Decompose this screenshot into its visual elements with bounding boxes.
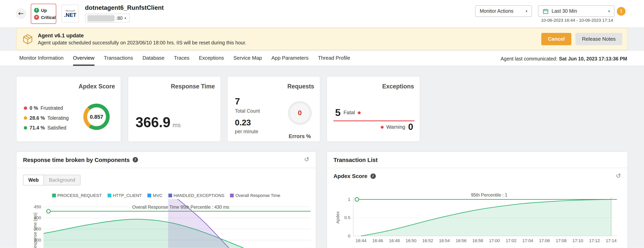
apdex-gauge: 0.857: [84, 104, 110, 130]
components-chart-legend: PROCESS_REQUESTHTTP_CLIENTMVCHANDLED_EXC…: [16, 193, 316, 198]
frustrated-dot-icon: [24, 106, 27, 110]
content-area: Apdex Score 0 % Frustrated 28.6 % Tolera…: [0, 66, 644, 248]
x-tick-label: 16:56: [456, 238, 466, 243]
chevron-down-icon: ▾: [608, 9, 610, 13]
satisfied-label: Satisfied: [47, 125, 66, 131]
legend-swatch-icon: [108, 193, 111, 197]
legend-swatch-icon: [52, 193, 56, 197]
logo-brand-text: Microsoft: [66, 9, 75, 12]
legend-label: Overall Response Time: [236, 193, 280, 198]
up-arrow-icon: ↑: [34, 8, 39, 13]
legend-label: HTTP_CLIENT: [113, 193, 142, 198]
banner-title: Agent v6.1 update: [38, 33, 246, 39]
satisfied-value: 71.4 %: [30, 125, 45, 131]
response-time-card: Response Time 366.9 ms: [128, 76, 221, 142]
apdex-legend: 0 % Frustrated 28.6 % Tolerating 71.4 % …: [24, 105, 69, 131]
legend-label: PROCESS_REQUEST: [57, 193, 102, 198]
legend-satisfied: 71.4 % Satisfied: [24, 125, 69, 131]
tab-traces[interactable]: Traces: [174, 51, 189, 66]
tab-transactions[interactable]: Transactions: [104, 51, 133, 66]
x-tick-label: 17:12: [589, 238, 600, 243]
errors-percent-label: Errors %: [283, 133, 316, 139]
errors-percent-circle: 0: [288, 101, 312, 125]
toggle-web-button[interactable]: Web: [23, 175, 44, 185]
components-panel-title: Response time broken by Components: [23, 156, 130, 163]
history-icon[interactable]: ↺: [616, 172, 621, 180]
page-title: dotnetagent6_RunfstClient: [85, 4, 164, 11]
legend-item-HTTP_CLIENT[interactable]: HTTP_CLIENT: [108, 193, 142, 198]
dotnet-logo: Microsoft .NET: [62, 5, 79, 23]
monitor-actions-label: Monitor Actions: [480, 8, 513, 14]
tolerating-dot-icon: [24, 116, 27, 120]
transactions-panel-title: Transaction List: [334, 156, 378, 163]
legend-item-Overall Response Time[interactable]: Overall Response Time: [230, 193, 280, 198]
requests-card: Requests 7 Total Count 0.23 per minute 0…: [227, 76, 320, 142]
components-chart[interactable]: 450400350300Response time (ms)Overall Re…: [16, 199, 317, 248]
x-tick-label: 17:14: [606, 238, 616, 243]
legend-item-PROCESS_REQUEST[interactable]: PROCESS_REQUEST: [52, 193, 102, 198]
legend-item-HANDLED_EXCEPTIONS[interactable]: HANDLED_EXCEPTIONS: [168, 193, 224, 198]
apdex-card-title: Apdex Score: [78, 83, 115, 90]
x-tick-label: 16:48: [389, 238, 400, 243]
response-time-value: 366.9: [136, 114, 170, 130]
requests-total-count: 7: [235, 96, 260, 107]
warning-label: Warning: [386, 124, 405, 130]
x-tick-label: 17:08: [556, 238, 566, 243]
apdex-score-card: Apdex Score 0 % Frustrated 28.6 % Tolera…: [16, 76, 121, 142]
percentile-annotation: Overall Response Time 95th Percentile : …: [132, 204, 229, 210]
toggle-background-button[interactable]: Background: [44, 175, 80, 185]
host-selector[interactable]: :80 ▾: [85, 14, 130, 23]
app: ← ↑ Up × Critical Microsoft .NET dotneta…: [0, 0, 644, 248]
legend-swatch-icon: [230, 193, 234, 197]
time-range-dropdown[interactable]: Last 30 Min ▾: [538, 5, 614, 17]
chevron-down-icon: ▾: [125, 16, 126, 20]
legend-item-MVC[interactable]: MVC: [148, 193, 162, 198]
alert-icon[interactable]: !: [617, 7, 626, 16]
legend-swatch-icon: [148, 193, 151, 197]
response-time-card-title: Response Time: [171, 83, 215, 90]
tab-app-parameters[interactable]: App Parameters: [272, 51, 308, 66]
host-redacted-text: [88, 16, 114, 21]
x-tick-label: 17:02: [506, 238, 516, 243]
fatal-label: Fatal: [344, 110, 355, 115]
status-up-label: Up: [41, 8, 47, 13]
components-panel-header: Response time broken by Components i ↺: [16, 152, 316, 168]
info-icon[interactable]: i: [133, 157, 138, 162]
x-tick-label: 17:10: [572, 238, 583, 243]
x-tick-label: 16:52: [422, 238, 433, 243]
cancel-button[interactable]: Cancel: [541, 33, 571, 45]
requests-card-title: Requests: [288, 83, 314, 90]
apdex-chart[interactable]: 10.5016:4416:4616:4816:5016:5216:5416:56…: [327, 192, 628, 245]
monitor-actions-dropdown[interactable]: Monitor Actions ▾: [475, 5, 532, 17]
banner-actions: Cancel Release Notes: [541, 33, 622, 45]
x-tick-label: 17:04: [522, 238, 533, 243]
package-icon: [22, 34, 34, 45]
y-tick-label: 450: [34, 204, 41, 209]
y-tick-label: 0.5: [344, 215, 350, 220]
response-time-unit: ms: [172, 121, 181, 128]
logo-product-text: .NET: [64, 12, 76, 18]
history-icon[interactable]: ↺: [304, 157, 309, 163]
back-button[interactable]: ←: [16, 8, 26, 19]
percentile-marker-icon: [355, 197, 359, 201]
warning-dot-icon: [380, 126, 384, 128]
tab-service-map[interactable]: Service Map: [234, 51, 262, 66]
exceptions-card-title: Exceptions: [382, 83, 414, 90]
requests-per-minute: 0.23: [235, 118, 260, 127]
tab-overview[interactable]: Overview: [73, 51, 94, 66]
components-panel: Response time broken by Components i ↺ W…: [16, 151, 316, 248]
release-notes-button[interactable]: Release Notes: [576, 33, 622, 45]
legend-swatch-icon: [168, 193, 172, 197]
info-icon[interactable]: i: [370, 173, 376, 179]
last-communicated-value: Sat Jun 10, 2023 17:13:36 PM: [559, 56, 627, 61]
tab-exceptions[interactable]: Exceptions: [199, 51, 224, 66]
legend-label: MVC: [153, 193, 162, 198]
last-communicated-label: Agent last communicated:: [500, 56, 557, 61]
tab-database[interactable]: Database: [142, 51, 164, 66]
tolerating-label: Tolerating: [47, 115, 68, 121]
legend-label: HANDLED_EXCEPTIONS: [174, 193, 224, 198]
tab-monitor-information[interactable]: Monitor Information: [19, 51, 64, 66]
warning-row: Warning 0: [380, 122, 413, 131]
tab-thread-profile[interactable]: Thread Profile: [318, 51, 350, 66]
last-communicated: Agent last communicated: Sat Jun 10, 202…: [500, 51, 627, 66]
